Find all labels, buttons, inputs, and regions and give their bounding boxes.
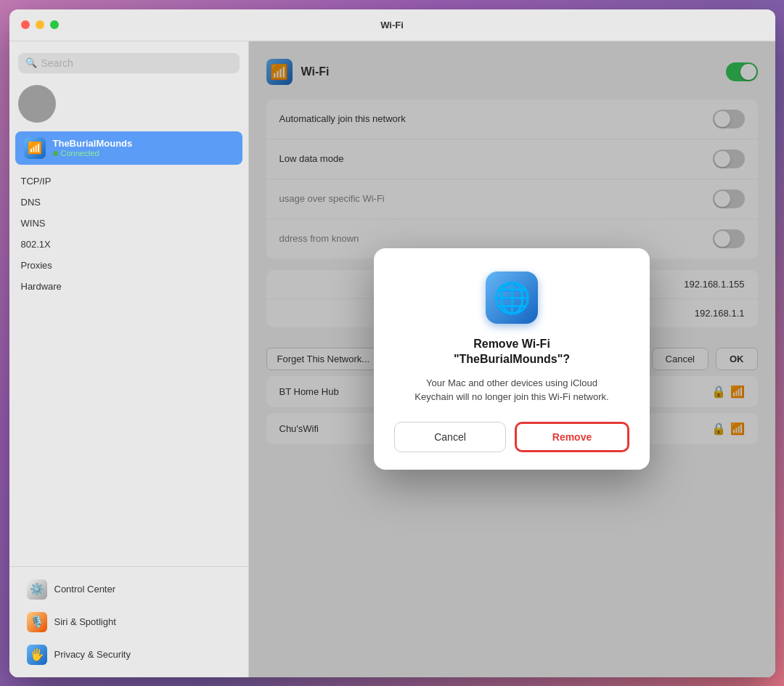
- content-area: 🔍 Search 📶 TheBurialMounds Connected: [9, 41, 775, 677]
- settings-window: Wi-Fi 🔍 Search 📶 TheBurialMounds: [9, 9, 775, 677]
- user-avatar: [18, 85, 56, 123]
- maximize-button[interactable]: [50, 20, 59, 29]
- sidebar-nav-list: TCP/IP DNS WINS 802.1X Proxies Hardware: [9, 168, 248, 303]
- privacy-icon: 🖐️: [27, 645, 47, 665]
- sidebar-nav-8021x[interactable]: 802.1X: [9, 234, 248, 255]
- globe-icon: 🌐: [493, 280, 531, 316]
- search-placeholder: Search: [41, 57, 73, 69]
- search-icon: 🔍: [25, 57, 37, 68]
- status-dot: [53, 151, 58, 156]
- minimize-button[interactable]: [36, 20, 44, 29]
- close-button[interactable]: [21, 20, 30, 29]
- dialog-message: Your Mac and other devices using iCloud …: [410, 376, 613, 404]
- sidebar-nav-hardware[interactable]: Hardware: [9, 276, 248, 297]
- sidebar-bottom: ⚙️ Control Center 🎙️ Siri & Spotlight 🖐️…: [9, 566, 248, 677]
- network-wifi-icon: 📶: [24, 137, 46, 159]
- dialog-cancel-button[interactable]: Cancel: [394, 422, 506, 452]
- title-bar: Wi-Fi: [9, 9, 775, 41]
- sidebar-nav-dns[interactable]: DNS: [9, 192, 248, 213]
- control-center-icon: ⚙️: [27, 579, 47, 600]
- sidebar-item-privacy[interactable]: 🖐️ Privacy & Security: [15, 639, 242, 671]
- connected-network-item[interactable]: 📶 TheBurialMounds Connected: [15, 131, 242, 165]
- window-title: Wi-Fi: [380, 20, 404, 30]
- sidebar: 🔍 Search 📶 TheBurialMounds Connected: [9, 41, 249, 677]
- wifi-symbol: 📶: [28, 141, 42, 155]
- main-panel: 📶 Wi-Fi Automatically join this network: [249, 41, 775, 677]
- dialog-app-icon: 🌐: [486, 271, 538, 324]
- dialog-buttons: Cancel Remove: [394, 422, 629, 452]
- search-bar[interactable]: 🔍 Search: [18, 53, 240, 73]
- network-info: TheBurialMounds Connected: [53, 138, 133, 158]
- sidebar-nav-tcpip[interactable]: TCP/IP: [9, 171, 248, 192]
- network-name: TheBurialMounds: [53, 138, 133, 149]
- dialog-overlay: 🌐 Remove Wi-Fi"TheBurialMounds"? Your Ma…: [249, 41, 775, 677]
- sidebar-item-siri[interactable]: 🎙️ Siri & Spotlight: [15, 606, 242, 638]
- sidebar-nav-proxies[interactable]: Proxies: [9, 255, 248, 276]
- traffic-lights: [21, 20, 59, 29]
- dialog-title: Remove Wi-Fi"TheBurialMounds"?: [454, 337, 570, 367]
- network-status: Connected: [53, 149, 133, 158]
- sidebar-nav-wins[interactable]: WINS: [9, 213, 248, 234]
- sidebar-item-control-center[interactable]: ⚙️ Control Center: [15, 573, 242, 605]
- remove-wifi-dialog: 🌐 Remove Wi-Fi"TheBurialMounds"? Your Ma…: [374, 248, 650, 470]
- dialog-remove-button[interactable]: Remove: [515, 422, 629, 452]
- siri-icon: 🎙️: [27, 612, 47, 632]
